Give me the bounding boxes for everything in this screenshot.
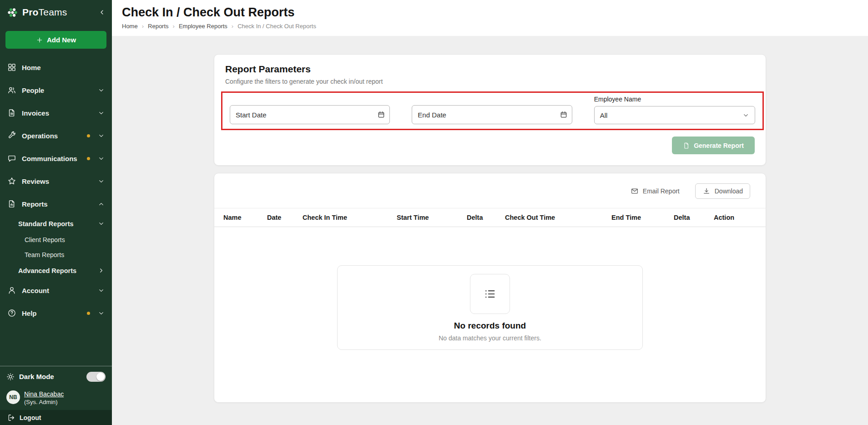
column-header: Delta [674,214,714,221]
sidebar: ProTeams Add New Home People Invoices Op… [0,0,112,425]
sidebar-item-label: Help [22,309,81,317]
generate-row: Generate Report [225,137,755,154]
breadcrumb: Home › Reports › Employee Reports › Chec… [122,23,858,30]
sidebar-bottom: Dark Mode NB Nina Bacabac (Sys. Admin) L… [0,366,112,425]
sidebar-item-advanced-reports[interactable]: Advanced Reports [0,262,112,279]
dark-mode-row: Dark Mode [0,366,112,387]
sidebar-item-label: Home [22,64,105,71]
sidebar-item-account[interactable]: Account [0,279,112,302]
sidebar-item-label: Invoices [22,109,92,117]
column-header: Delta [467,214,505,221]
email-report-label: Email Report [643,187,680,195]
user-role: (Sys. Admin) [24,399,64,405]
start-date-input[interactable] [230,105,390,124]
report-parameters-card: Report Parameters Configure the filters … [214,54,766,166]
column-header: End Time [611,214,674,221]
breadcrumb-reports[interactable]: Reports [148,23,169,30]
breadcrumb-current: Check In / Check Out Reports [237,23,316,30]
sun-icon [6,373,15,381]
document-icon [683,142,690,149]
chevron-down-icon [98,220,105,227]
sidebar-item-help[interactable]: Help [0,302,112,324]
sidebar-item-client-reports[interactable]: Client Reports [0,232,112,247]
user-profile: NB Nina Bacabac (Sys. Admin) [0,387,112,410]
sidebar-item-home[interactable]: Home [0,56,112,79]
help-icon [7,309,16,318]
tools-icon [7,131,16,140]
sidebar-item-label: Team Reports [25,251,64,258]
chevron-down-icon [98,155,105,162]
sidebar-item-label: Communications [22,155,81,162]
chevron-down-icon [98,110,105,116]
app-logo: ProTeams [0,0,112,25]
report-icon [7,199,16,208]
toggle-knob [96,373,105,381]
notification-dot [87,312,90,315]
sidebar-item-reviews[interactable]: Reviews [0,170,112,192]
sidebar-item-team-reports[interactable]: Team Reports [0,247,112,262]
page-title: Check In / Check Out Reports [122,5,858,20]
sidebar-item-label: Advanced Reports [18,267,98,274]
sidebar-item-invoices[interactable]: Invoices [0,101,112,124]
sidebar-item-standard-reports[interactable]: Standard Reports [0,215,112,232]
invoice-icon [7,108,16,117]
sidebar-item-reports[interactable]: Reports [0,192,112,215]
plus-icon [36,36,43,44]
page-header: Check In / Check Out Reports Home › Repo… [112,0,868,36]
chevron-down-icon [98,178,105,185]
chevron-right-icon [98,267,105,274]
sidebar-item-communications[interactable]: Communications [0,147,112,170]
report-results-card: Email Report Download Name Date Check In… [214,173,766,403]
logout-label: Logout [20,414,41,421]
annotation-highlight-box: Employee Name All [221,91,764,130]
end-date-input[interactable] [412,105,572,124]
calendar-icon[interactable] [560,111,568,119]
sidebar-item-label: Client Reports [25,236,65,243]
brand-name: ProTeams [22,7,67,18]
star-icon [7,177,16,186]
email-report-button[interactable]: Email Report [627,183,683,199]
sidebar-item-label: People [22,86,92,94]
main-area: Check In / Check Out Reports Home › Repo… [112,0,868,425]
employee-name-select[interactable]: All [594,106,755,124]
notification-dot [87,157,90,160]
empty-state-title: No records found [454,321,526,331]
chevron-down-icon [98,132,105,139]
envelope-icon [631,187,639,195]
employee-name-label: Employee Name [594,96,755,103]
sidebar-item-operations[interactable]: Operations [0,124,112,147]
download-label: Download [715,187,743,195]
empty-state-subtitle: No data matches your current filters. [439,334,541,342]
breadcrumb-home[interactable]: Home [122,23,138,30]
list-icon [483,287,497,301]
add-new-button[interactable]: Add New [5,31,106,49]
add-new-label: Add New [47,36,76,44]
calendar-icon[interactable] [377,111,385,119]
logout-icon [7,414,15,422]
avatar: NB [6,390,20,404]
sidebar-collapse-icon[interactable] [98,9,106,16]
chevron-down-icon [742,112,749,119]
page-content: Report Parameters Configure the filters … [112,36,868,403]
sidebar-item-label: Standard Reports [18,220,98,228]
end-date-field [412,105,572,124]
card-title: Report Parameters [225,64,755,75]
chevron-down-icon [98,287,105,294]
generate-report-button[interactable]: Generate Report [672,137,755,154]
user-name-link[interactable]: Nina Bacabac [24,390,64,398]
column-header: Action [714,214,757,221]
start-date-field [230,105,390,124]
download-button[interactable]: Download [695,183,750,199]
column-header: Check In Time [303,214,397,221]
card-subtitle: Configure the filters to generate your c… [225,78,755,85]
dark-mode-toggle[interactable] [86,372,106,382]
chevron-up-icon [98,201,105,207]
sidebar-item-label: Reviews [22,177,92,185]
table-header-row: Name Date Check In Time Start Time Delta… [214,208,766,227]
chat-icon [7,154,16,163]
logout-button[interactable]: Logout [0,410,112,425]
sidebar-item-people[interactable]: People [0,79,112,101]
breadcrumb-employee-reports[interactable]: Employee Reports [179,23,227,30]
sidebar-item-label: Reports [22,200,92,208]
logo-flower-icon [6,6,19,19]
